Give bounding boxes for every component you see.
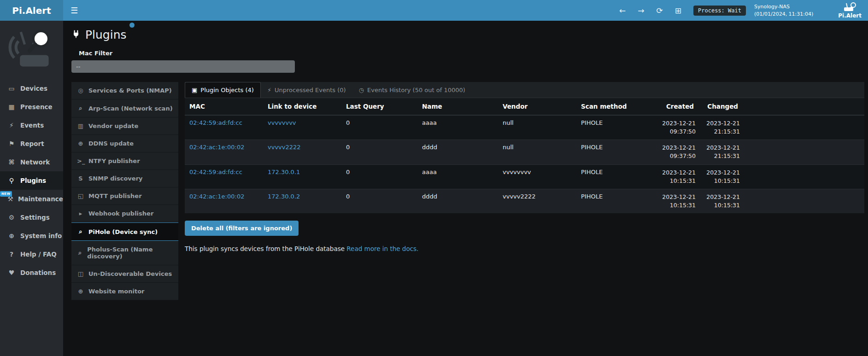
- plugin-nav-item-vendor-update[interactable]: ▥ Vendor update: [71, 117, 178, 135]
- plugin-nav-label: Un-Discoverable Devices: [88, 270, 172, 277]
- name-cell: dddd: [417, 189, 498, 213]
- forward-icon[interactable]: →: [638, 6, 644, 15]
- mac-filter-input[interactable]: [71, 60, 295, 73]
- back-icon[interactable]: ←: [619, 6, 626, 15]
- sidebar-item-donations[interactable]: ♥ Donations: [0, 263, 63, 282]
- last-query-cell: 0: [341, 115, 417, 140]
- plugin-nav-item-pihole[interactable]: ⌕ PiHole (Device sync): [71, 222, 178, 241]
- scan-method-cell: PIHOLE: [576, 140, 652, 164]
- mac-link[interactable]: 02:42:59:ad:fd:cc: [189, 169, 242, 175]
- created-cell: 2023-12-21 09:37:50: [652, 115, 698, 140]
- col-last-query: Last Query: [341, 98, 417, 115]
- plugin-nav-item-arp-scan[interactable]: ⌕ Arp-Scan (Network scan): [71, 99, 178, 117]
- flag-icon: ⚑: [7, 140, 16, 147]
- scan-method-cell: PIHOLE: [576, 115, 652, 140]
- mqtt-icon: ◱: [77, 193, 84, 199]
- plugin-nav-item-webhook[interactable]: ▸ Webhook publisher: [71, 205, 178, 222]
- globe-icon: ⊕: [77, 288, 84, 295]
- sidebar-item-help-faq[interactable]: ? Help / FAQ: [0, 245, 63, 263]
- last-query-cell: 0: [341, 164, 417, 189]
- device-link[interactable]: 172.30.0.2: [268, 193, 300, 200]
- table-row: 02:42:59:ad:fd:cc vvvvvvvv 0 aaaa null P…: [185, 115, 864, 140]
- filler-cell: [743, 164, 864, 189]
- scan-method-cell: PIHOLE: [576, 164, 652, 189]
- sidebar-item-maintenance[interactable]: NEW ⚒ Maintenance: [0, 190, 63, 208]
- plugin-nav-item-ntfy[interactable]: >_ NTFY publisher: [71, 152, 178, 170]
- plugin-nav-label: SNMP discovery: [88, 175, 143, 182]
- device-link[interactable]: vvvvv2222: [268, 144, 301, 151]
- filler-cell: [743, 115, 864, 140]
- info-badge[interactable]: [129, 23, 135, 28]
- sidebar-item-events[interactable]: ⚡ Events: [0, 116, 63, 134]
- device-link[interactable]: 172.30.0.1: [268, 169, 300, 175]
- scan-method-cell: PIHOLE: [576, 189, 652, 213]
- sidebar-item-settings[interactable]: ⚙ Settings: [0, 208, 63, 227]
- devices-icon: ▭: [7, 85, 16, 92]
- sidebar-item-label: Report: [20, 140, 44, 147]
- plugin-nav-label: DDNS update: [88, 140, 134, 147]
- right-brand-label: Pi.Alert: [838, 12, 862, 19]
- table-header-row: MAC Link to device Last Query Name Vendo…: [185, 98, 864, 115]
- new-badge: NEW: [0, 191, 12, 197]
- table-row: 02:42:ac:1e:00:02 172.30.0.2 0 dddd vvvv…: [185, 189, 864, 213]
- topbar-nav-icons: ← → ⟳ ⊞: [619, 0, 681, 21]
- move-icon[interactable]: ⊞: [675, 6, 681, 15]
- plugin-nav-item-website-monitor[interactable]: ⊕ Website monitor: [71, 283, 178, 300]
- binoculars-icon: ◫: [77, 270, 84, 277]
- plugin-nav-label: NTFY publisher: [88, 158, 140, 164]
- bolt-icon: ⚡: [7, 122, 16, 129]
- sidebar-toggle-button[interactable]: ☰: [63, 0, 85, 21]
- table-row: 02:42:59:ad:fd:cc 172.30.0.1 0 aaaa vvvv…: [185, 164, 864, 189]
- docs-link[interactable]: Read more in the docs.: [346, 245, 418, 252]
- mac-link[interactable]: 02:42:ac:1e:00:02: [189, 144, 244, 151]
- paper-plane-icon: ▸: [77, 210, 84, 217]
- delete-all-button[interactable]: Delete all (filters are ignored): [185, 221, 299, 236]
- nmap-icon: ◎: [77, 87, 84, 94]
- plugin-nav-item-nmap[interactable]: ◎ Services & Ports (NMAP): [71, 82, 178, 99]
- sidebar-item-devices[interactable]: ▭ Devices: [0, 79, 63, 98]
- sidebar-item-label: Maintenance: [18, 195, 63, 203]
- col-changed: Changed: [698, 98, 743, 115]
- host-info: Synology-NAS (01/01/2024, 11:31:04): [754, 3, 813, 18]
- sidebar-item-network[interactable]: ⌘ Network: [0, 153, 63, 171]
- plugin-nav-item-pholus-scan[interactable]: ⌕ Pholus-Scan (Name discovery): [71, 241, 178, 265]
- mac-link[interactable]: 02:42:ac:1e:00:02: [189, 193, 244, 200]
- device-link[interactable]: vvvvvvvv: [268, 119, 296, 126]
- plugin-nav-item-mqtt[interactable]: ◱ MQTT publisher: [71, 187, 178, 205]
- plugin-description: This plugin syncs devices from the PiHol…: [185, 245, 864, 252]
- app-brand: Pi.Alert: [0, 0, 63, 21]
- search-icon: ⌕: [77, 249, 83, 257]
- mac-filter-label: Mac Filter: [79, 50, 864, 57]
- gear-icon: ⚙: [7, 214, 16, 221]
- sidebar-item-presence[interactable]: ▦ Presence: [0, 98, 63, 116]
- plugin-description-text: This plugin syncs devices from the PiHol…: [185, 245, 345, 252]
- mac-link[interactable]: 02:42:59:ad:fd:cc: [189, 119, 242, 126]
- hamburger-icon: ☰: [70, 6, 78, 15]
- vendor-cell: vvvvvvvv: [498, 164, 576, 189]
- sidebar-item-plugins[interactable]: ⚲ Plugins: [0, 171, 63, 190]
- plugin-nav-item-snmp[interactable]: S SNMP discovery: [71, 170, 178, 187]
- calendar-icon: ▦: [7, 103, 16, 111]
- main-content: Plugins Mac Filter ◎ Services & Ports (N…: [63, 21, 868, 356]
- sidebar-item-system-info[interactable]: ⊕ System info: [0, 227, 63, 245]
- objects-icon: ▣: [192, 87, 197, 93]
- changed-cell: 2023-12-21 21:15:31: [698, 115, 743, 140]
- tab-events-history[interactable]: ◷ Events History (50 out of 10000): [352, 82, 472, 98]
- plug-icon: ⚲: [7, 177, 16, 184]
- refresh-icon[interactable]: ⟳: [657, 6, 663, 15]
- sidebar-item-report[interactable]: ⚑ Report: [0, 134, 63, 153]
- created-cell: 2023-12-21 10:15:31: [652, 164, 698, 189]
- created-cell: 2023-12-21 10:15:31: [652, 189, 698, 213]
- page-title-text: Plugins: [85, 28, 127, 41]
- col-mac: MAC: [185, 98, 263, 115]
- plugin-nav-item-ddns-update[interactable]: ⊕ DDNS update: [71, 135, 178, 152]
- tab-unprocessed-events[interactable]: ⚡ Unprocessed Events (0): [261, 82, 352, 98]
- plugin-nav-label: Pholus-Scan (Name discovery): [87, 246, 173, 260]
- last-query-cell: 0: [341, 140, 417, 164]
- plugin-nav-item-undiscoverable[interactable]: ◫ Un-Discoverable Devices: [71, 265, 178, 283]
- sidebar-item-label: Help / FAQ: [20, 251, 57, 258]
- tab-label: Plugin Objects (4): [200, 87, 254, 93]
- plugin-nav-label: Services & Ports (NMAP): [88, 87, 172, 94]
- sidebar-item-label: Plugins: [20, 177, 46, 184]
- tab-plugin-objects[interactable]: ▣ Plugin Objects (4): [185, 82, 261, 98]
